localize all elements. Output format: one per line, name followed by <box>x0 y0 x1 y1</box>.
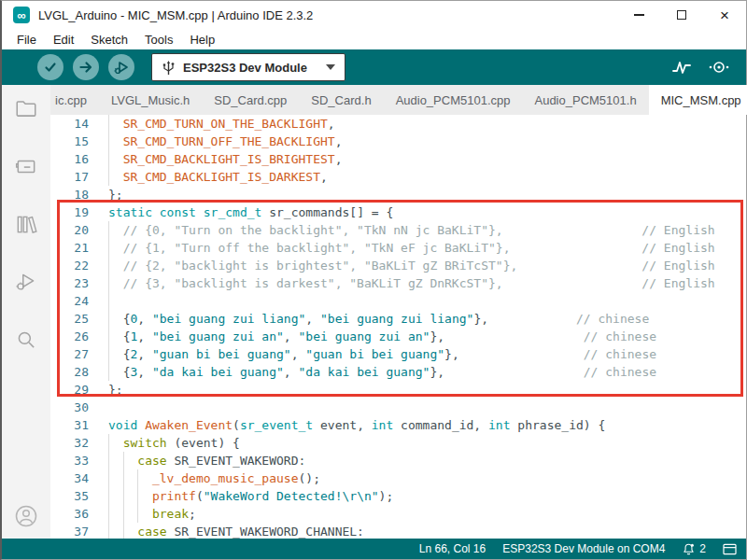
menu-help[interactable]: Help <box>181 29 223 49</box>
code-line[interactable]: 22 // {2, "backlight is brightest", "BaK… <box>50 257 746 274</box>
code-line[interactable]: 35 printf("WakeWord Detected!\r\n"); <box>50 487 746 505</box>
code-line[interactable]: 17 SR_CMD_BACKLIGHT_IS_DARKEST, <box>50 168 746 186</box>
code-line[interactable]: 16 SR_CMD_BACKLIGHT_IS_BRIGHTEST, <box>50 150 746 168</box>
code-line[interactable]: 18}; <box>50 186 746 203</box>
code-line[interactable]: 34 _lv_demo_music_pause(); <box>50 469 746 487</box>
code-line[interactable]: 37 case SR_EVENT_WAKEWORD_CHANNEL: <box>50 523 746 539</box>
code-line[interactable]: 25 {0, "bei guang zui liang", "bei guang… <box>50 310 746 328</box>
code-line[interactable]: 27 {2, "guan bi bei guang", "guan bi bei… <box>50 345 746 363</box>
board-port-status[interactable]: ESP32S3 Dev Module on COM4 <box>502 542 665 555</box>
debug-play-bug-icon <box>113 59 130 76</box>
plotter-pulse-icon <box>671 59 692 76</box>
menu-sketch[interactable]: Sketch <box>82 29 136 49</box>
line-number: 18 <box>50 186 89 203</box>
tab-lvgl-music-h[interactable]: LVGL_Music.h <box>99 85 202 115</box>
line-number: 28 <box>50 363 89 381</box>
line-number: 32 <box>50 434 89 452</box>
maximize-button[interactable] <box>660 1 703 29</box>
board-selector-dropdown[interactable]: ESP32S3 Dev Module <box>151 53 345 81</box>
selected-board-label: ESP32S3 Dev Module <box>183 61 307 75</box>
arduino-ide-window: ∞ LVGL_Arduino - MIC_MSM.cpp | Arduino I… <box>0 0 747 560</box>
upload-button[interactable] <box>73 54 99 80</box>
code-line[interactable]: 23 // {3, "backlight is darkest", "BaKLi… <box>50 274 746 292</box>
close-icon: × <box>720 7 729 23</box>
line-number: 21 <box>50 239 89 257</box>
sidebar-account-button[interactable] <box>2 503 50 529</box>
code-line[interactable]: 21 // {1, "Turn off the backlight", "TkN… <box>50 239 746 257</box>
minimize-icon <box>634 14 644 16</box>
menu-tools[interactable]: Tools <box>136 29 181 49</box>
cursor-position[interactable]: Ln 66, Col 16 <box>419 542 486 555</box>
line-number: 37 <box>50 523 89 539</box>
arduino-app-icon: ∞ <box>13 7 30 23</box>
code-line[interactable]: 19static const sr_cmd_t sr_commands[] = … <box>50 203 746 221</box>
line-number: 14 <box>50 115 89 133</box>
line-number: 26 <box>50 328 89 345</box>
usb-icon <box>162 60 176 76</box>
code-line[interactable]: 32 switch (event) { <box>50 434 746 452</box>
code-line[interactable]: 28 {3, "da kai bei guang", "da kai bei g… <box>50 363 746 381</box>
line-number: 23 <box>50 274 89 292</box>
verify-button[interactable] <box>37 54 63 80</box>
menu-edit[interactable]: Edit <box>45 29 82 49</box>
line-number: 27 <box>50 345 89 363</box>
code-line[interactable]: 26 {1, "bei guang zui an", "bei guang zu… <box>50 328 746 345</box>
line-number: 15 <box>50 133 89 150</box>
line-number: 36 <box>50 505 89 523</box>
sidebar-sketchbook-button[interactable] <box>12 94 40 122</box>
code-line[interactable]: 33 case SR_EVENT_WAKEWORD: <box>50 452 746 469</box>
maximize-icon <box>677 10 686 20</box>
code-line[interactable]: 36 break; <box>50 505 746 523</box>
notification-count: 2 <box>699 542 706 555</box>
code-line[interactable]: 15 SR_CMD_TURN_OFF_THE_BACKLIGHT, <box>50 133 746 150</box>
indent-guide <box>108 292 109 310</box>
sidebar-boards-manager-button[interactable] <box>12 152 40 180</box>
folder-icon <box>14 96 38 120</box>
toolbar: ESP32S3 Dev Module <box>2 49 746 85</box>
close-button[interactable]: × <box>703 1 746 29</box>
window-title: LVGL_Arduino - MIC_MSM.cpp | Arduino IDE… <box>38 8 313 22</box>
line-number: 31 <box>50 416 89 434</box>
sidebar-library-manager-button[interactable] <box>12 210 40 238</box>
title-bar: ∞ LVGL_Arduino - MIC_MSM.cpp | Arduino I… <box>2 1 746 29</box>
line-number: 19 <box>50 203 89 221</box>
code-line[interactable]: 30 <box>50 399 746 416</box>
books-icon <box>14 212 38 236</box>
tab-sd-card-h[interactable]: SD_Card.h <box>299 85 383 115</box>
minimize-button[interactable] <box>617 1 660 29</box>
line-number: 33 <box>50 452 89 469</box>
line-number: 35 <box>50 487 89 505</box>
line-number: 22 <box>50 257 89 274</box>
toggle-panel-button[interactable] <box>723 543 737 555</box>
code-line[interactable]: 24 <box>50 292 746 310</box>
line-number: 24 <box>50 292 89 310</box>
code-line[interactable]: 20 // {0, "Turn on the backlight", "TkN … <box>50 221 746 239</box>
menu-file[interactable]: File <box>8 29 45 49</box>
code-editor[interactable]: 14 SR_CMD_TURN_ON_THE_BACKLIGHT,15 SR_CM… <box>50 115 746 539</box>
tab-ic-cpp[interactable]: ic.cpp <box>50 85 99 115</box>
menu-bar: File Edit Sketch Tools Help <box>2 29 746 49</box>
status-bar: Ln 66, Col 16 ESP32S3 Dev Module on COM4… <box>2 539 746 559</box>
sidebar-search-button[interactable] <box>12 326 40 354</box>
code-line[interactable]: 14 SR_CMD_TURN_ON_THE_BACKLIGHT, <box>50 115 746 133</box>
sidebar-debug-button[interactable] <box>12 268 40 296</box>
tab-sd-card-cpp[interactable]: SD_Card.cpp <box>202 85 299 115</box>
bell-icon <box>682 542 696 556</box>
debug-button[interactable] <box>108 54 134 80</box>
line-number: 29 <box>50 381 89 399</box>
notifications-button[interactable]: 2 <box>682 542 706 556</box>
activity-sidebar <box>2 85 50 539</box>
editor-tabstrip: ic.cpp LVGL_Music.h SD_Card.cpp SD_Card.… <box>50 85 746 115</box>
line-number: 34 <box>50 469 89 487</box>
tab-mic-msm-cpp[interactable]: MIC_MSM.cpp <box>649 85 747 115</box>
search-icon <box>14 328 38 352</box>
code-line[interactable]: 31void Awaken_Event(sr_event_t event, in… <box>50 416 746 434</box>
monitor-magnifier-icon <box>708 60 730 75</box>
serial-monitor-button[interactable] <box>707 55 731 79</box>
tab-audio-pcm5101-cpp[interactable]: Audio_PCM5101.cpp <box>384 85 523 115</box>
line-number: 30 <box>50 399 89 416</box>
line-number: 17 <box>50 168 89 186</box>
code-line[interactable]: 29}; <box>50 381 746 399</box>
tab-audio-pcm5101-h[interactable]: Audio_PCM5101.h <box>522 85 648 115</box>
serial-plotter-button[interactable] <box>669 55 694 79</box>
